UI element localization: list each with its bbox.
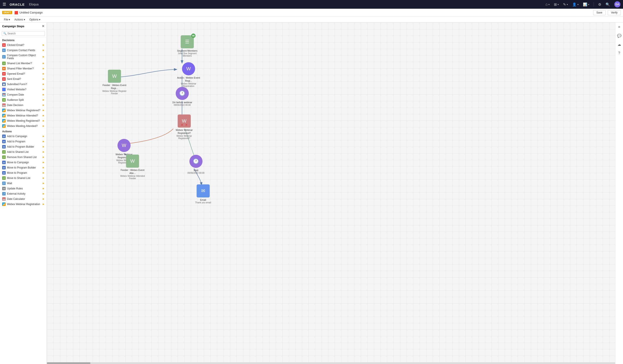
sidebar-item-4[interactable]: ☰Remove from Shared List★ [0, 155, 47, 160]
sidebar-item-star-12[interactable]: ★ [42, 198, 44, 201]
sidebar-item-5[interactable]: ⊞Move to Campaign★ [0, 160, 47, 165]
sidebar-item-star-9[interactable]: ★ [42, 93, 44, 96]
contact-nav-button[interactable]: 👤 ▾ [572, 2, 578, 6]
sidebar-item-13[interactable]: WWebex Webinar Attended?★ [0, 113, 47, 118]
wait2-node[interactable]: 🕐 Wait 09/06/2022 00:00 [187, 155, 204, 174]
right-panel-help-icon[interactable]: ? [617, 51, 622, 56]
sidebar-item-star-13[interactable]: ★ [42, 114, 44, 117]
sidebar-item-star-9[interactable]: ★ [42, 182, 44, 185]
canvas-area[interactable]: 99 ☰ Segment Members John Doe Segment Me… [47, 23, 615, 364]
decision-node[interactable]: W ✕ ✕ Webex Webinar Registered? Webex We… [171, 115, 197, 140]
canvas-connections [47, 23, 615, 364]
sidebar-item-15[interactable]: WWebex Meeting Attended?★ [0, 123, 47, 129]
sidebar-item-star-3[interactable]: ★ [42, 150, 44, 154]
feeder1-node[interactable]: W Feeder : Webex Event Regi... Webex Web… [101, 70, 128, 95]
sidebar-item-star-10[interactable]: ★ [42, 187, 44, 190]
canvas-scrollbar-thumb[interactable] [47, 362, 90, 364]
hamburger-menu-icon[interactable]: ☰ [3, 2, 6, 7]
sidebar-item-13[interactable]: WWebex Webinar Registration★ [0, 202, 47, 207]
sidebar-item-star-11[interactable]: ★ [42, 104, 44, 107]
sidebar-item-10[interactable]: ⚙Update Rules★ [0, 186, 47, 191]
sidebar-item-star-12[interactable]: ★ [42, 109, 44, 112]
sidebar-item-star-7[interactable]: ★ [42, 171, 44, 174]
options-menu[interactable]: Options ▾ [28, 18, 42, 21]
sidebar-item-star-8[interactable]: ★ [42, 177, 44, 180]
feeder2-node[interactable]: W Feeder : Webex Event Atte... Webex Web… [119, 155, 146, 180]
search-nav-button[interactable]: 🔍 [605, 2, 610, 6]
home-nav-button[interactable]: ⌂ ▾ [545, 2, 550, 6]
settings-nav-button[interactable]: ⚙ [598, 2, 601, 6]
sidebar-item-icon-6: ⊞ [2, 166, 6, 169]
sidebar-item-star-6[interactable]: ★ [42, 166, 44, 169]
sidebar-item-star-0[interactable]: ★ [42, 43, 44, 47]
sidebar-item-5[interactable]: ✉Opened Email?★ [0, 71, 47, 76]
sidebar-item-6[interactable]: ⊞Move to Program Builder★ [0, 165, 47, 170]
save-button[interactable]: Save [593, 10, 605, 15]
edit-nav-button[interactable]: ✎ ▾ [563, 2, 568, 6]
sidebar-item-12[interactable]: 📅Date Calculator★ [0, 196, 47, 202]
sidebar-item-12[interactable]: WWebex Webinar Registered?★ [0, 108, 47, 113]
sidebar-close-icon[interactable]: ✕ [42, 24, 44, 28]
sidebar-item-star-15[interactable]: ★ [42, 124, 44, 128]
nav-separator [594, 2, 594, 6]
search-input[interactable] [7, 32, 43, 35]
sidebar-item-8[interactable]: ☰Move to Shared List★ [0, 176, 47, 181]
email-node-shape: ✉ [197, 184, 210, 198]
sidebar-item-star-5[interactable]: ★ [42, 161, 44, 164]
sidebar-item-star-4[interactable]: ★ [42, 156, 44, 159]
sidebar-item-0[interactable]: ✉Clicked Email?★ [0, 42, 47, 48]
wait1-node[interactable]: 🕐 1hr before webinar 09/06/2022 00:00 [172, 87, 192, 106]
sidebar-item-star-6[interactable]: ★ [42, 78, 44, 81]
sidebar-item-star-10[interactable]: ★ [42, 98, 44, 101]
sidebar-item-9[interactable]: 📅Compare Date★ [0, 92, 47, 97]
sidebar-item-star-8[interactable]: ★ [42, 88, 44, 91]
sidebar-item-10[interactable]: ⚙Audience Split★ [0, 97, 47, 102]
sidebar-item-star-5[interactable]: ★ [42, 72, 44, 75]
canvas-scrollbar[interactable] [47, 362, 615, 364]
sidebar-item-label-9: Compare Date [7, 93, 41, 96]
sidebar-item-1[interactable]: ⊞Add to Program★ [0, 139, 47, 144]
sidebar-item-11[interactable]: 📅Date Decision★ [0, 102, 47, 108]
sidebar-item-8[interactable]: 🌐Visited Website?★ [0, 87, 47, 92]
sidebar-item-7[interactable]: 📋Submitted Form?★ [0, 82, 47, 87]
file-menu[interactable]: File ▾ [2, 18, 12, 21]
sidebar-item-star-1[interactable]: ★ [42, 140, 44, 143]
report-nav-button[interactable]: 📊 ▾ [583, 2, 589, 6]
sidebar-item-star-11[interactable]: ★ [42, 192, 44, 195]
user-avatar[interactable]: GA [614, 1, 620, 7]
sidebar-item-7[interactable]: ⊞Move to Program★ [0, 170, 47, 176]
action-node[interactable]: W Action : Webex Event Regi... Webex Web… [176, 62, 202, 87]
right-panel-list-icon[interactable]: ≡ [617, 24, 622, 30]
sidebar-item-11[interactable]: ↗External Activity★ [0, 191, 47, 196]
actions-menu[interactable]: Actions ▾ [13, 18, 27, 21]
sidebar-item-2[interactable]: ≡Compare Custom Object Fields★ [0, 53, 47, 61]
sidebar-item-label-0: Clicked Email? [7, 43, 41, 47]
sidebar-item-3[interactable]: ☰Shared List Member?★ [0, 61, 47, 66]
sidebar-item-9[interactable]: ⏱Wait★ [0, 181, 47, 186]
sidebar-item-1[interactable]: ≡Compare Contact Fields★ [0, 48, 47, 53]
email-node[interactable]: ✉ Email Thank you email [195, 184, 211, 204]
sidebar-item-3[interactable]: ☰Add to Shared List★ [0, 149, 47, 155]
verify-button[interactable]: Verify [608, 10, 621, 15]
report-icon: 📊 [583, 2, 587, 6]
grid-nav-button[interactable]: ⊞ ▾ [554, 2, 559, 6]
sidebar-item-star-2[interactable]: ★ [42, 55, 44, 58]
right-panel-cloud-icon[interactable]: ☁ [617, 42, 622, 47]
sidebar-item-star-7[interactable]: ★ [42, 83, 44, 86]
sidebar-item-star-4[interactable]: ★ [42, 67, 44, 70]
sidebar-item-star-1[interactable]: ★ [42, 49, 44, 52]
wait1-icon: 🕐 [179, 91, 185, 96]
sidebar-item-star-13[interactable]: ★ [42, 203, 44, 206]
sidebar-item-star-3[interactable]: ★ [42, 62, 44, 65]
segment-members-node[interactable]: 99 ☰ Segment Members John Doe Segment Me… [174, 35, 200, 57]
sidebar-item-14[interactable]: WWebex Meeting Registered?★ [0, 118, 47, 123]
right-panel-comment-icon[interactable]: 💬 [617, 33, 622, 38]
sidebar-item-6[interactable]: ✉Sent Email?★ [0, 76, 47, 82]
sidebar-item-2[interactable]: ⊞Add to Program Builder★ [0, 144, 47, 149]
sidebar-item-0[interactable]: ⊞Add to Campaign★ [0, 134, 47, 139]
sidebar-item-label-5: Move to Campaign [7, 161, 41, 164]
sidebar-item-star-14[interactable]: ★ [42, 119, 44, 122]
sidebar-item-4[interactable]: ▼Shared Filter Member?★ [0, 66, 47, 71]
sidebar-item-star-2[interactable]: ★ [42, 145, 44, 148]
sidebar-item-star-0[interactable]: ★ [42, 135, 44, 138]
